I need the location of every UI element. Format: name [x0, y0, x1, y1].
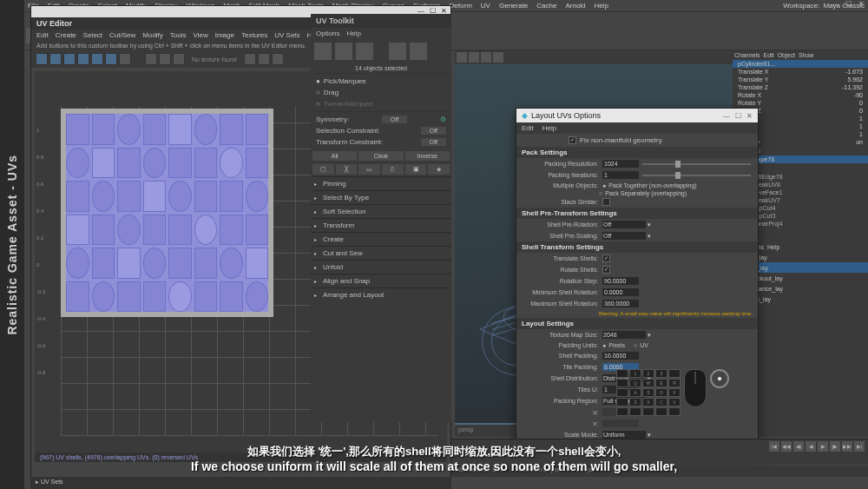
- uv-tool-icon[interactable]: [119, 53, 131, 65]
- uv-tool-icon[interactable]: [244, 53, 256, 65]
- shell-padding-input[interactable]: [602, 352, 639, 360]
- uv-tool-icon[interactable]: [145, 53, 157, 65]
- radio-pack-separately[interactable]: ○: [599, 190, 602, 196]
- convert-icon[interactable]: ◈: [428, 164, 450, 175]
- toolkit-create[interactable]: Create: [311, 232, 451, 246]
- cb-tab-show[interactable]: Show: [799, 52, 814, 58]
- uv-menu-select[interactable]: Select: [83, 31, 102, 39]
- convert-icon[interactable]: ▢: [312, 164, 334, 175]
- uv-tool-icon[interactable]: [36, 53, 48, 65]
- rotation-step-input[interactable]: [602, 277, 639, 285]
- toolkit-softselection[interactable]: Soft Selection: [311, 204, 451, 218]
- uv-menu-modify[interactable]: Modify: [142, 31, 163, 39]
- convert-icon[interactable]: ▣: [405, 164, 427, 175]
- viewport-icon[interactable]: [469, 52, 479, 63]
- play-end-button[interactable]: ▶|: [854, 441, 865, 452]
- uv-menu-edit[interactable]: Edit: [36, 31, 49, 39]
- step-back-button[interactable]: ◀◀: [781, 441, 792, 452]
- packing-iterations-input[interactable]: [602, 171, 639, 179]
- rotate-shells-checkbox[interactable]: ✓: [602, 266, 610, 274]
- uv-menu-create[interactable]: Create: [56, 31, 76, 39]
- cb-object-name[interactable]: pCylinder81...: [738, 61, 775, 67]
- pretransform-settings-header[interactable]: Shell Pre-Transform Settings: [516, 208, 758, 219]
- convert-icon[interactable]: ╳: [336, 164, 358, 175]
- uv-tool-icon[interactable]: [105, 53, 117, 65]
- dialog-close-icon[interactable]: ✕: [746, 112, 753, 120]
- uv-toolkit-icon[interactable]: [356, 43, 373, 60]
- uv-toolkit-menu-options[interactable]: Options: [316, 30, 340, 37]
- sel-constraint-value[interactable]: Off: [421, 127, 446, 135]
- cb-tab-channels[interactable]: Channels: [734, 52, 760, 58]
- packing-resolution-input[interactable]: [602, 160, 639, 168]
- uv-tool-icon[interactable]: [272, 53, 284, 65]
- symmetry-value[interactable]: Off: [382, 116, 407, 123]
- menu-deform[interactable]: Deform: [450, 2, 472, 10]
- play-back-button[interactable]: ◀: [806, 441, 816, 452]
- uv-tool-icon[interactable]: [77, 53, 89, 65]
- max-rotation-input[interactable]: [602, 300, 639, 307]
- toolkit-arrange[interactable]: Arrange and Layout: [311, 287, 451, 301]
- chevron-down-icon[interactable]: ▾: [646, 332, 651, 339]
- cb-tab-object[interactable]: Object: [778, 52, 795, 58]
- uv-toolkit-menu-help[interactable]: Help: [347, 30, 361, 37]
- minimize-icon[interactable]: —: [832, 0, 838, 8]
- dialog-menu-help[interactable]: Help: [542, 124, 556, 132]
- dialog-maximize-icon[interactable]: ☐: [735, 112, 741, 120]
- convert-icon[interactable]: ▯: [382, 164, 404, 175]
- stack-similar-checkbox[interactable]: [602, 198, 610, 206]
- dialog-minimize-icon[interactable]: —: [723, 112, 730, 120]
- transform-settings-header[interactable]: Shell Transform Settings: [516, 241, 758, 253]
- play-start-button[interactable]: |◀: [769, 441, 779, 452]
- packing-iterations-slider[interactable]: [642, 175, 751, 176]
- uv-toolkit-icon[interactable]: [389, 43, 406, 60]
- uv-tool-icon[interactable]: [49, 53, 62, 65]
- uv-menu-view[interactable]: View: [194, 31, 208, 39]
- viewport-icon[interactable]: [481, 52, 491, 63]
- pre-scaling-select[interactable]: Off: [602, 232, 646, 240]
- uv-menu-tools[interactable]: Tools: [170, 31, 187, 39]
- toolkit-cutandsew[interactable]: Cut and Sew: [311, 246, 451, 260]
- pick-marquee[interactable]: Pick/Marquee: [320, 77, 446, 85]
- drag-mode[interactable]: Drag: [320, 89, 446, 96]
- nonmanifold-checkbox[interactable]: ✓: [569, 136, 576, 144]
- uv-tool-icon[interactable]: [91, 53, 103, 65]
- menu-uv[interactable]: UV: [481, 2, 490, 10]
- toolkit-pinning[interactable]: Pinning: [311, 176, 451, 190]
- tweak-mode[interactable]: Tweak/Marquee: [320, 100, 446, 108]
- menu-arnold[interactable]: Arnold: [565, 2, 585, 10]
- min-rotation-input[interactable]: [602, 288, 639, 296]
- layout-settings-header[interactable]: Layout Settings: [516, 318, 758, 329]
- viewport-icon[interactable]: [493, 52, 503, 63]
- texture-map-size-select[interactable]: 2048: [602, 331, 646, 339]
- uv-tool-icon[interactable]: [63, 53, 76, 65]
- menu-generate[interactable]: Generate: [499, 2, 528, 10]
- close-icon[interactable]: ✕: [858, 0, 865, 8]
- uv-toolkit-icon[interactable]: [410, 43, 427, 60]
- uv-sets-bar[interactable]: ▸ UV Sets: [30, 477, 451, 489]
- packing-resolution-slider[interactable]: [642, 163, 751, 165]
- pack-settings-header[interactable]: Pack Settings: [516, 147, 758, 158]
- translate-shells-checkbox[interactable]: ✓: [602, 254, 610, 262]
- uv-menu-textures[interactable]: Textures: [241, 31, 267, 39]
- uv-menu-image[interactable]: Image: [215, 31, 234, 39]
- pre-rotation-select[interactable]: Off: [602, 221, 646, 228]
- uv-tool-icon[interactable]: [173, 53, 185, 65]
- viewport-icon[interactable]: [457, 52, 467, 63]
- scale-mode-select[interactable]: Uniform: [602, 431, 646, 439]
- chevron-down-icon[interactable]: ▾: [646, 221, 651, 228]
- dialog-title-bar[interactable]: ◆Layout UVs Options — ☐ ✕: [516, 109, 758, 122]
- maximize-icon[interactable]: ☐: [845, 0, 852, 8]
- dialog-menu-edit[interactable]: Edit: [522, 124, 534, 132]
- btn-clear[interactable]: Clear: [358, 151, 403, 161]
- play-button[interactable]: ▶: [818, 441, 828, 452]
- uv-menu-cutsew[interactable]: Cut/Sew: [109, 31, 135, 39]
- uv-toolkit-icon[interactable]: [335, 43, 352, 60]
- uv-toolkit-icon[interactable]: [314, 43, 332, 60]
- menu-help[interactable]: Help: [595, 2, 608, 10]
- menu-cache[interactable]: Cache: [536, 2, 556, 10]
- uv-tool-icon[interactable]: [258, 53, 270, 65]
- step-fwd-button[interactable]: ▶▶: [842, 441, 852, 452]
- toolkit-selectbytype[interactable]: Select By Type: [311, 190, 451, 204]
- chevron-down-icon[interactable]: ▾: [646, 432, 651, 439]
- uv-tool-icon[interactable]: [159, 53, 171, 65]
